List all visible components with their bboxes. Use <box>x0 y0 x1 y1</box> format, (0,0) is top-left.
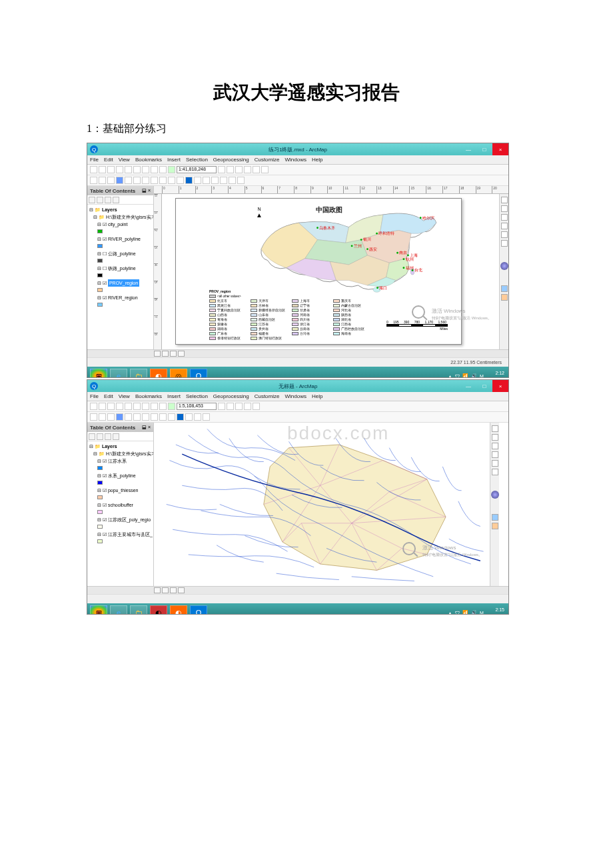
pause-icon[interactable] <box>178 587 185 593</box>
layers-root[interactable]: ⊟ 📁 Layers <box>89 206 151 213</box>
explorer-icon[interactable]: 🗀 <box>130 605 147 615</box>
menu-help[interactable]: Help <box>312 393 322 399</box>
fixed-zoom-out-icon[interactable] <box>133 177 141 184</box>
layer-PROV_region[interactable]: ⊟ ☑ PROV_region <box>89 279 151 287</box>
results-tab-icon[interactable] <box>501 223 508 229</box>
save-icon[interactable] <box>107 403 115 410</box>
app-icon[interactable]: ◎ <box>170 369 187 378</box>
pan-icon[interactable] <box>107 413 115 421</box>
volume-icon[interactable]: 🔊 <box>471 610 477 615</box>
tool5-icon[interactable] <box>501 285 508 292</box>
layer-popu_thiessen[interactable]: ⊟ ☑ popu_thiessen <box>89 487 151 494</box>
data-view[interactable]: bdocx.com 激活 Windows 转到"电脑设置"以激活 Windows… <box>154 423 508 586</box>
arctoolbox-icon[interactable] <box>253 166 260 173</box>
search-tab-icon[interactable] <box>492 434 498 441</box>
forward-icon[interactable] <box>151 413 158 421</box>
layer-schoolbuffer[interactable]: ⊟ ☑ schoolbuffer <box>89 501 151 509</box>
network-icon[interactable]: 📶 <box>462 610 468 615</box>
menu-insert[interactable]: Insert <box>167 157 181 163</box>
open-icon[interactable] <box>99 166 106 173</box>
catalog-tab-icon[interactable] <box>501 197 508 203</box>
menu-customize[interactable]: Customize <box>255 157 280 163</box>
tool6-icon[interactable] <box>492 523 498 529</box>
goto-xy-icon[interactable] <box>203 413 210 421</box>
menu-file[interactable]: File <box>90 157 99 163</box>
list-by-visibility-icon[interactable] <box>105 433 111 440</box>
tool-icon[interactable] <box>501 240 508 247</box>
tool6-icon[interactable] <box>501 294 508 301</box>
tool5-icon[interactable] <box>492 514 498 521</box>
full-extent-icon[interactable] <box>116 413 123 421</box>
search-icon[interactable] <box>235 403 243 410</box>
list-by-drawing-icon[interactable] <box>89 433 95 440</box>
data-view-icon[interactable] <box>154 351 161 357</box>
menu-view[interactable]: View <box>119 157 130 163</box>
tool-icon[interactable] <box>492 469 498 475</box>
tool-icon[interactable] <box>492 460 498 467</box>
maximize-button[interactable]: □ <box>476 143 492 155</box>
layer-江苏水系[interactable]: ⊟ ☑ 江苏水系 <box>89 457 151 465</box>
hyperlink-icon[interactable] <box>194 177 201 184</box>
tray-icon[interactable]: ▲ <box>448 374 452 379</box>
menu-edit[interactable]: Edit <box>104 393 113 399</box>
datasource-node[interactable]: ⊟ 📁 H:\新建文件夹\gisrs实习 <box>89 213 151 221</box>
layout-view-icon[interactable] <box>162 587 169 593</box>
menu-bookmarks[interactable]: Bookmarks <box>135 393 162 399</box>
paste-icon[interactable] <box>142 166 149 173</box>
globe-icon[interactable] <box>491 491 499 499</box>
layer-铁路_polyline[interactable]: ⊟ ☐ 铁路_polyline <box>89 265 151 272</box>
list-by-drawing-icon[interactable] <box>89 197 95 203</box>
menu-customize[interactable]: Customize <box>255 393 280 399</box>
find-icon[interactable] <box>194 413 201 421</box>
start-button[interactable]: ⊞ <box>90 605 107 615</box>
layer-水系_polyline[interactable]: ⊟ ☑ 水系_polyline <box>89 472 151 479</box>
pan-icon[interactable] <box>107 177 115 184</box>
new-icon[interactable] <box>90 403 97 410</box>
menu-windows[interactable]: Windows <box>285 157 306 163</box>
save-icon[interactable] <box>107 166 115 173</box>
identify-icon[interactable] <box>185 177 193 184</box>
add-data-icon[interactable] <box>168 403 175 410</box>
list-by-source-icon[interactable] <box>97 197 103 203</box>
identify-icon[interactable] <box>177 413 184 421</box>
cut-icon[interactable] <box>125 403 132 410</box>
back-icon[interactable] <box>142 413 149 421</box>
arctoolbox-tab-icon[interactable] <box>492 443 498 449</box>
catalog-icon[interactable] <box>235 166 243 173</box>
maximize-button[interactable]: □ <box>476 380 492 392</box>
fixed-zoom-out-icon[interactable] <box>133 413 141 421</box>
select-icon[interactable] <box>159 413 167 421</box>
python-icon[interactable] <box>253 403 260 410</box>
start-button[interactable]: ⊞ <box>90 369 107 378</box>
firefox-icon[interactable]: ◐ <box>170 605 187 615</box>
menu-file[interactable]: File <box>90 393 99 399</box>
taskbar-clock[interactable]: 2:12 2015/7/3 <box>486 370 504 378</box>
menu-edit[interactable]: Edit <box>104 157 113 163</box>
network-icon[interactable]: 📶 <box>462 373 468 378</box>
arctoolbox-icon[interactable] <box>244 403 251 410</box>
close-button[interactable]: × <box>492 143 508 155</box>
menu-bookmarks[interactable]: Bookmarks <box>135 157 162 163</box>
menu-geoprocessing[interactable]: Geoprocessing <box>213 157 249 163</box>
minimize-button[interactable]: — <box>460 380 476 392</box>
fixed-zoom-in-icon[interactable] <box>125 413 132 421</box>
cut-icon[interactable] <box>125 166 132 173</box>
html-popup-icon[interactable] <box>203 177 210 184</box>
datasource-node[interactable]: ⊟ 📁 H:\新建文件夹\gisrs实习 <box>89 450 151 457</box>
undo-icon[interactable] <box>151 403 158 410</box>
time-slider-icon[interactable] <box>237 177 245 184</box>
measure-icon[interactable] <box>185 413 193 421</box>
ime-icon[interactable]: M <box>480 374 484 379</box>
forward-icon[interactable] <box>151 177 158 184</box>
pause-icon[interactable] <box>178 351 185 357</box>
list-by-selection-icon[interactable] <box>113 197 119 203</box>
shield-icon[interactable]: 🛡 <box>455 611 460 615</box>
search-tab-icon[interactable] <box>501 205 508 212</box>
refresh-icon[interactable] <box>170 351 177 357</box>
search-icon[interactable] <box>244 166 251 173</box>
layer-RIVER_region[interactable]: ⊟ ☑ RIVER_region <box>89 294 151 301</box>
minimize-button[interactable]: — <box>460 143 476 155</box>
editor-toolbar-icon[interactable] <box>218 403 225 410</box>
clear-select-icon[interactable] <box>168 177 175 184</box>
arcmap-task-icon[interactable]: Q <box>190 369 207 378</box>
